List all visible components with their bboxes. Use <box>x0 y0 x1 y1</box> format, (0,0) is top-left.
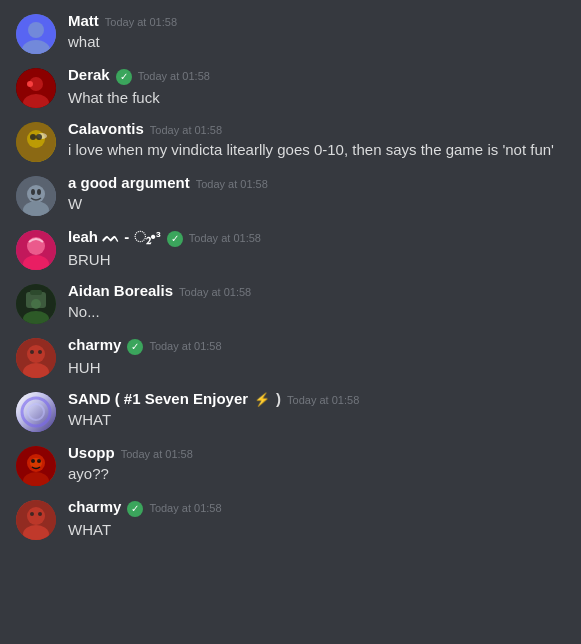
message-header: Matt Today at 01:58 <box>68 12 565 29</box>
timestamp: Today at 01:58 <box>196 178 268 190</box>
svg-point-42 <box>30 512 34 516</box>
svg-point-26 <box>27 345 45 363</box>
username[interactable]: Matt <box>68 12 99 29</box>
svg-point-14 <box>31 189 35 195</box>
message-header: leah ᨓ - ₂•³ ✓ Today at 01:58 <box>68 228 565 247</box>
message-content: a good argument Today at 01:58 W <box>68 174 565 214</box>
svg-point-8 <box>27 130 45 148</box>
message-group: charmy ✓ Today at 01:58 HUH <box>0 332 581 382</box>
message-header: charmy ✓ Today at 01:58 <box>68 498 565 517</box>
svg-point-6 <box>27 81 33 87</box>
verified-badge: ✓ <box>127 339 143 355</box>
message-content: Derak ✓ Today at 01:58 What the fuck <box>68 66 565 108</box>
username[interactable]: Derak <box>68 66 110 83</box>
timestamp: Today at 01:58 <box>150 124 222 136</box>
avatar <box>16 68 56 108</box>
message-text: WHAT <box>68 409 565 430</box>
username[interactable]: a good argument <box>68 174 190 191</box>
verified-badge: ✓ <box>167 231 183 247</box>
svg-rect-22 <box>30 290 42 295</box>
username[interactable]: leah ᨓ - ₂•³ <box>68 228 161 246</box>
timestamp: Today at 01:58 <box>189 232 261 244</box>
message-header: SAND ( #1 Seven Enjoyer ⚡ ) Today at 01:… <box>68 390 565 407</box>
avatar <box>16 176 56 216</box>
message-group: Usopp Today at 01:58 ayo?? <box>0 440 581 490</box>
message-header: charmy ✓ Today at 01:58 <box>68 336 565 355</box>
message-content: Aidan Borealis Today at 01:58 No... <box>68 282 565 322</box>
svg-point-23 <box>31 299 41 309</box>
message-content: Matt Today at 01:58 what <box>68 12 565 52</box>
message-group: Calavontis Today at 01:58 i love when my… <box>0 116 581 166</box>
message-group: SAND ( #1 Seven Enjoyer ⚡ ) Today at 01:… <box>0 386 581 436</box>
message-text: WHAT <box>68 519 565 540</box>
message-text: What the fuck <box>68 87 565 108</box>
verified-badge: ✓ <box>116 69 132 85</box>
message-header: Aidan Borealis Today at 01:58 <box>68 282 565 299</box>
avatar <box>16 446 56 486</box>
message-text: i love when my vindicta litearlly goes 0… <box>68 139 565 160</box>
timestamp: Today at 01:58 <box>149 502 221 514</box>
timestamp: Today at 01:58 <box>121 448 193 460</box>
message-text: ayo?? <box>68 463 565 484</box>
svg-point-15 <box>37 189 41 195</box>
message-group: Matt Today at 01:58 what <box>0 8 581 58</box>
avatar <box>16 338 56 378</box>
message-content: Usopp Today at 01:58 ayo?? <box>68 444 565 484</box>
message-header: Calavontis Today at 01:58 <box>68 120 565 137</box>
timestamp: Today at 01:58 <box>179 286 251 298</box>
svg-point-43 <box>38 512 42 516</box>
message-group: leah ᨓ - ₂•³ ✓ Today at 01:58 BRUH <box>0 224 581 274</box>
message-group: Derak ✓ Today at 01:58 What the fuck <box>0 62 581 112</box>
message-group: a good argument Today at 01:58 W <box>0 170 581 220</box>
message-text: what <box>68 31 565 52</box>
timestamp: Today at 01:58 <box>105 16 177 28</box>
svg-point-37 <box>31 459 35 463</box>
message-content: charmy ✓ Today at 01:58 WHAT <box>68 498 565 540</box>
message-header: Derak ✓ Today at 01:58 <box>68 66 565 85</box>
avatar <box>16 392 56 432</box>
message-content: leah ᨓ - ₂•³ ✓ Today at 01:58 BRUH <box>68 228 565 270</box>
svg-point-38 <box>37 459 41 463</box>
message-header: a good argument Today at 01:58 <box>68 174 565 191</box>
avatar <box>16 14 56 54</box>
svg-point-29 <box>38 350 42 354</box>
username[interactable]: Calavontis <box>68 120 144 137</box>
messages-container: Matt Today at 01:58 what Derak ✓ Today a… <box>0 0 581 556</box>
message-text: W <box>68 193 565 214</box>
message-group: charmy ✓ Today at 01:58 WHAT <box>0 494 581 544</box>
username[interactable]: charmy <box>68 498 121 515</box>
message-content: SAND ( #1 Seven Enjoyer ⚡ ) Today at 01:… <box>68 390 565 430</box>
svg-point-10 <box>30 134 36 140</box>
timestamp: Today at 01:58 <box>287 394 359 406</box>
username-suffix: ) <box>276 390 281 407</box>
lightning-icon: ⚡ <box>254 392 270 407</box>
message-content: charmy ✓ Today at 01:58 HUH <box>68 336 565 378</box>
svg-point-28 <box>30 350 34 354</box>
username[interactable]: Aidan Borealis <box>68 282 173 299</box>
message-header: Usopp Today at 01:58 <box>68 444 565 461</box>
verified-badge: ✓ <box>127 501 143 517</box>
username[interactable]: SAND ( #1 Seven Enjoyer <box>68 390 248 407</box>
timestamp: Today at 01:58 <box>149 340 221 352</box>
timestamp: Today at 01:58 <box>138 70 210 82</box>
svg-point-11 <box>36 134 42 140</box>
message-content: Calavontis Today at 01:58 i love when my… <box>68 120 565 160</box>
svg-point-40 <box>27 507 45 525</box>
message-group: Aidan Borealis Today at 01:58 No... <box>0 278 581 328</box>
message-text: HUH <box>68 357 565 378</box>
avatar <box>16 122 56 162</box>
username[interactable]: charmy <box>68 336 121 353</box>
username[interactable]: Usopp <box>68 444 115 461</box>
message-text: No... <box>68 301 565 322</box>
avatar <box>16 230 56 270</box>
avatar <box>16 284 56 324</box>
avatar <box>16 500 56 540</box>
svg-point-1 <box>28 22 44 38</box>
message-text: BRUH <box>68 249 565 270</box>
